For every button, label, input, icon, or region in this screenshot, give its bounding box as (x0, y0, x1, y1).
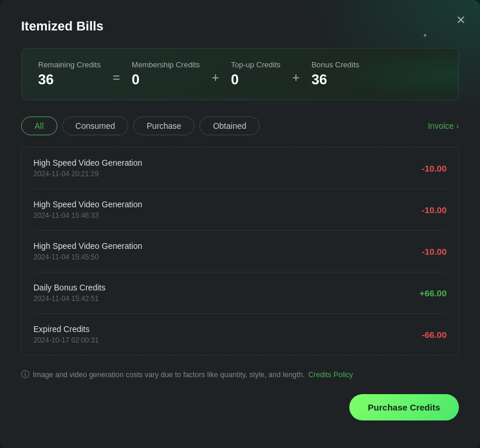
membership-credits-block: Membership Credits 0 (132, 60, 200, 88)
purchase-button-wrap: Purchase Credits (21, 394, 459, 420)
bonus-credits-block: Bonus Credits 36 (311, 60, 359, 88)
transaction-item: High Speed Video Generation2024-11-04 15… (33, 231, 447, 272)
transaction-info: High Speed Video Generation2024-11-04 20… (33, 158, 142, 178)
close-button[interactable]: ✕ (454, 12, 468, 28)
chevron-right-icon: › (456, 121, 459, 131)
remaining-credits-block: Remaining Credits 36 (38, 60, 101, 88)
tabs-bar: All Consumed Purchase Obtained Invoice › (21, 117, 459, 135)
transaction-amount: -10.00 (421, 247, 447, 257)
purchase-credits-button[interactable]: Purchase Credits (349, 394, 459, 420)
remaining-credits-value: 36 (38, 71, 101, 88)
transaction-amount: -10.00 (421, 205, 447, 215)
transaction-date: 2024-11-04 15:42:51 (33, 295, 105, 303)
transaction-item: Expired Credits2024-10-17 02:00:31-66.00 (33, 314, 447, 355)
transaction-name: High Speed Video Generation (33, 241, 142, 251)
topup-credits-label: Top-up Credits (231, 60, 281, 69)
tab-all[interactable]: All (21, 117, 57, 135)
tab-purchase[interactable]: Purchase (133, 117, 195, 135)
transaction-info: Expired Credits2024-10-17 02:00:31 (33, 324, 98, 344)
transaction-date: 2024-11-04 15:45:50 (33, 253, 142, 261)
transaction-name: High Speed Video Generation (33, 200, 142, 209)
transaction-info: Daily Bonus Credits2024-11-04 15:42:51 (33, 283, 105, 303)
transaction-amount: -10.00 (421, 163, 447, 173)
transaction-name: Expired Credits (33, 324, 98, 334)
transaction-item: Daily Bonus Credits2024-11-04 15:42:51+6… (33, 272, 447, 314)
transaction-name: Daily Bonus Credits (33, 283, 105, 292)
plus-sign-1: + (212, 63, 219, 86)
transaction-date: 2024-10-17 02:00:31 (33, 336, 98, 344)
transaction-amount: -66.00 (421, 330, 447, 340)
topup-credits-value: 0 (231, 71, 281, 88)
page-title: Itemized Bills (21, 19, 459, 34)
transaction-date: 2024-11-04 20:21:29 (33, 170, 142, 178)
footer-note-text: Image and video generation costs vary du… (33, 371, 305, 379)
modal-container: ✦ ✦ ✕ Itemized Bills Remaining Credits 3… (0, 0, 480, 448)
transaction-list: High Speed Video Generation2024-11-04 20… (21, 147, 459, 355)
remaining-credits-label: Remaining Credits (38, 60, 101, 69)
transaction-info: High Speed Video Generation2024-11-04 15… (33, 200, 142, 220)
transaction-name: High Speed Video Generation (33, 158, 142, 167)
credits-policy-link[interactable]: Credits Policy (308, 371, 353, 379)
info-icon: ⓘ (21, 370, 29, 380)
membership-credits-value: 0 (132, 71, 200, 88)
transaction-date: 2024-11-04 15:46:33 (33, 211, 142, 220)
topup-credits-block: Top-up Credits 0 (231, 60, 281, 88)
membership-credits-label: Membership Credits (132, 60, 200, 69)
tab-consumed[interactable]: Consumed (62, 117, 129, 135)
transaction-item: High Speed Video Generation2024-11-04 15… (33, 189, 447, 231)
credits-summary-card: Remaining Credits 36 = Membership Credit… (21, 48, 459, 100)
footer-note: ⓘ Image and video generation costs vary … (21, 370, 459, 380)
plus-sign-2: + (292, 63, 300, 86)
bonus-credits-value: 36 (311, 71, 359, 88)
equals-sign: = (113, 63, 120, 86)
bonus-credits-label: Bonus Credits (311, 60, 359, 69)
transaction-info: High Speed Video Generation2024-11-04 15… (33, 241, 142, 261)
transaction-item: High Speed Video Generation2024-11-04 20… (33, 148, 447, 189)
invoice-link[interactable]: Invoice › (428, 121, 459, 131)
invoice-label: Invoice (428, 121, 454, 131)
transaction-amount: +66.00 (420, 288, 447, 298)
tab-obtained[interactable]: Obtained (199, 117, 260, 135)
